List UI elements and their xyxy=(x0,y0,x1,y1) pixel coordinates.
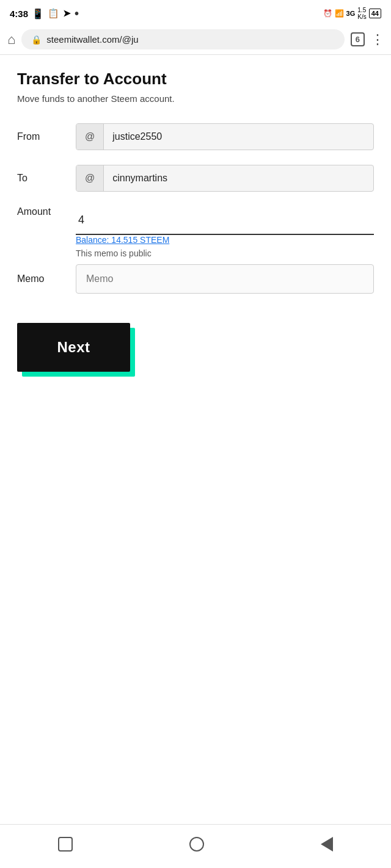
memo-label: Memo xyxy=(17,273,66,284)
status-bar: 4:38 📱 📋 ➤ • ⏰ 📶 3G 1.5K/s 44 xyxy=(0,0,391,24)
from-at-prefix: @ xyxy=(76,124,104,150)
signal-icon: 📶 xyxy=(335,9,344,18)
tab-count[interactable]: 6 xyxy=(351,32,365,46)
memo-row: Memo xyxy=(17,264,374,294)
page-subtitle: Move funds to another Steem account. xyxy=(17,93,374,104)
memo-public-text: This memo is public xyxy=(76,248,374,258)
network-text: 3G xyxy=(346,10,356,17)
amount-input[interactable] xyxy=(76,206,374,234)
page-title: Transfer to Account xyxy=(17,70,374,89)
square-nav-button[interactable] xyxy=(58,837,73,852)
next-button-container: Next xyxy=(17,323,130,372)
amount-input-wrapper xyxy=(76,206,374,235)
time-display: 4:38 xyxy=(10,9,28,19)
next-button[interactable]: Next xyxy=(17,323,130,372)
circle-nav-button[interactable] xyxy=(189,837,204,852)
sim-icon: 📋 xyxy=(48,8,59,19)
send-icon: ➤ xyxy=(63,8,71,19)
to-input[interactable] xyxy=(104,165,373,191)
status-left: 4:38 📱 📋 ➤ • xyxy=(10,7,79,21)
alarm-icon: ⏰ xyxy=(323,9,332,18)
to-at-prefix: @ xyxy=(76,165,104,191)
balance-link[interactable]: Balance: 14.515 STEEM xyxy=(76,235,374,245)
dot-icon: • xyxy=(75,7,79,21)
memo-input[interactable] xyxy=(76,265,373,293)
from-input-wrapper: @ xyxy=(76,123,374,150)
to-input-wrapper: @ xyxy=(76,165,374,192)
url-text: steemitwallet.com/@ju xyxy=(46,34,334,45)
page-content: Transfer to Account Move funds to anothe… xyxy=(0,55,391,447)
url-bar[interactable]: 🔒 steemitwallet.com/@ju xyxy=(21,29,344,49)
speed-text: 1.5K/s xyxy=(357,7,366,20)
battery-icon: 44 xyxy=(369,9,381,18)
home-button[interactable]: ⌂ xyxy=(7,32,15,48)
amount-row: Amount xyxy=(17,206,374,235)
amount-label: Amount xyxy=(17,206,66,217)
to-label: To xyxy=(17,173,66,184)
from-input[interactable] xyxy=(104,124,373,150)
whatsapp-icon: 📱 xyxy=(32,8,44,20)
more-menu-button[interactable]: ⋮ xyxy=(371,32,384,48)
bottom-nav xyxy=(0,824,391,868)
from-label: From xyxy=(17,131,66,142)
lock-icon: 🔒 xyxy=(31,35,42,45)
memo-input-wrapper xyxy=(76,264,374,294)
from-row: From @ xyxy=(17,123,374,150)
browser-bar: ⌂ 🔒 steemitwallet.com/@ju 6 ⋮ xyxy=(0,24,391,55)
status-right: ⏰ 📶 3G 1.5K/s 44 xyxy=(323,7,381,20)
to-row: To @ xyxy=(17,165,374,192)
back-nav-button[interactable] xyxy=(321,837,333,852)
